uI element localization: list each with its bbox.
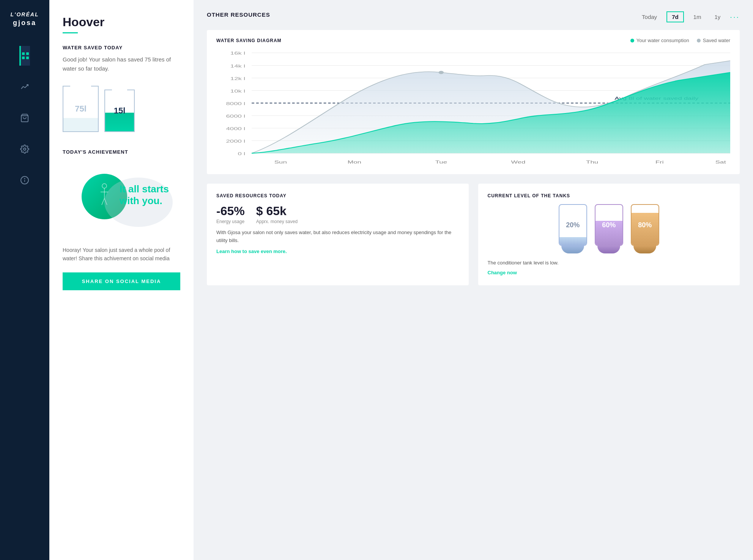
sidebar-item-analytics[interactable] [19, 77, 30, 97]
legend-saved: Saved water [697, 38, 730, 43]
tanks-row: 20% 60% 80% [488, 204, 731, 253]
cup-large-container: 75l [63, 87, 99, 132]
sidebar-item-dashboard[interactable] [19, 46, 30, 66]
tanks-note: The conditioner tank level is low. [488, 259, 731, 267]
achievement-title: TODAY'S ACHIEVEMENT [63, 149, 180, 155]
tanks-section: CURRENT LEVEL OF THE TANKS 20% 60% [478, 184, 740, 285]
stats-row: -65% Energy usage $ 65k Apprx. money sav… [216, 204, 459, 224]
change-now-link[interactable]: Change now [488, 270, 517, 275]
chart-header: WATER SAVING DIAGRAM Your water consumpt… [216, 38, 730, 43]
tagline-highlight: you. [142, 195, 162, 206]
svg-text:6000 l: 6000 l [226, 114, 245, 119]
time-filters: Today 7d 1m 1y [638, 11, 724, 22]
svg-text:Thu: Thu [586, 159, 598, 164]
svg-text:Sat: Sat [715, 159, 726, 164]
bottom-section: SAVED RESOURCES TODAY -65% Energy usage … [207, 184, 740, 285]
logo: L'ORÉAL gjosa [11, 11, 39, 27]
legend-consumption: Your water consumption [630, 38, 689, 43]
achievement-description: Hooray! Your salon just saved a whole po… [63, 246, 180, 263]
cup-large: 75l [63, 87, 99, 132]
analytics-icon [20, 82, 29, 91]
dashboard-icon [21, 51, 30, 60]
svg-text:Tue: Tue [435, 159, 447, 164]
sidebar-item-cart[interactable] [19, 108, 30, 128]
svg-point-33 [439, 71, 444, 74]
learn-more-link[interactable]: Learn how to save even more. [216, 249, 287, 254]
tank-2: 60% [595, 204, 623, 253]
chart-wrapper: 16k l 14k l 12k l 10k l 8000 l 6000 l 40… [216, 49, 730, 167]
filter-today[interactable]: Today [638, 12, 661, 22]
page-title: Hoover [63, 15, 180, 29]
tank-2-container: 60% [595, 204, 623, 246]
svg-text:2000 l: 2000 l [226, 139, 245, 144]
tank-3-pct: 80% [638, 221, 652, 229]
left-panel: Hoover WATER SAVED TODAY Good job! Your … [49, 0, 194, 560]
svg-text:10k l: 10k l [230, 88, 245, 93]
dots-menu[interactable]: ··· [730, 13, 740, 21]
main-content: Hoover WATER SAVED TODAY Good job! Your … [49, 0, 753, 560]
filter-1m[interactable]: 1m [690, 12, 705, 22]
svg-point-5 [24, 148, 26, 150]
svg-text:Mon: Mon [348, 159, 361, 164]
energy-label: Energy usage [216, 219, 245, 224]
chart-title: WATER SAVING DIAGRAM [216, 38, 282, 43]
cup-small-label: 15l [114, 106, 126, 116]
svg-text:Fri: Fri [655, 159, 664, 164]
legend-consumption-dot [630, 39, 634, 42]
svg-text:Wed: Wed [511, 159, 526, 164]
gjosa-logo: gjosa [13, 19, 36, 27]
filter-1y[interactable]: 1y [710, 12, 724, 22]
tank-1-fill [559, 237, 586, 245]
svg-rect-2 [22, 57, 25, 59]
tank-1-container: 20% [559, 204, 587, 246]
chart-legend: Your water consumption Saved water [630, 38, 730, 43]
share-button[interactable]: SHARE ON SOCIAL MEDIA [63, 272, 180, 290]
other-resources-title: OTHER RESOURCES [207, 11, 270, 18]
tanks-title: CURRENT LEVEL OF THE TANKS [488, 193, 731, 198]
tank-1: 20% [559, 204, 587, 253]
achievement-visual: It all starts with you. [63, 162, 180, 238]
svg-text:0 l: 0 l [238, 151, 246, 156]
sidebar-item-info[interactable] [19, 170, 30, 190]
money-stat: $ 65k Apprx. money saved [256, 204, 298, 224]
svg-text:14k l: 14k l [230, 63, 245, 68]
svg-text:4000 l: 4000 l [226, 126, 245, 131]
water-cups-illustration: 75l 15l [63, 83, 180, 136]
chart-svg: 16k l 14k l 12k l 10k l 8000 l 6000 l 40… [216, 49, 730, 167]
cart-icon [20, 113, 29, 123]
header-controls: Today 7d 1m 1y ··· [638, 11, 740, 22]
money-label: Apprx. money saved [256, 219, 298, 224]
tagline-line1: It all starts [120, 183, 169, 195]
money-value: $ 65k [256, 204, 298, 218]
water-saved-title: WATER SAVED TODAY [63, 45, 180, 50]
sidebar-nav [19, 46, 30, 549]
resources-description: With Gjosa your salon not only saves wat… [216, 229, 459, 245]
tank-2-pct: 60% [602, 221, 616, 229]
tank-1-pct: 20% [566, 221, 580, 229]
cup-large-label: 75l [75, 104, 87, 114]
tagline-line2: with [120, 195, 139, 206]
legend-saved-dot [697, 39, 701, 42]
saved-resources-title: SAVED RESOURCES TODAY [216, 193, 459, 198]
svg-text:16k l: 16k l [230, 51, 245, 56]
svg-text:8000 l: 8000 l [226, 101, 245, 106]
info-icon [20, 176, 29, 185]
chart-section: WATER SAVING DIAGRAM Your water consumpt… [207, 30, 740, 174]
svg-rect-3 [26, 57, 29, 59]
svg-line-12 [102, 198, 104, 205]
right-header: OTHER RESOURCES Today 7d 1m 1y ··· [207, 11, 740, 22]
legend-saved-label: Saved water [703, 38, 730, 43]
right-panel: OTHER RESOURCES Today 7d 1m 1y ··· WATER… [194, 0, 753, 560]
svg-text:12k l: 12k l [230, 76, 245, 81]
energy-value: -65% [216, 204, 245, 218]
tank-3: 80% [631, 204, 659, 253]
filter-7d[interactable]: 7d [666, 11, 684, 22]
sidebar-item-settings[interactable] [19, 139, 30, 159]
title-underline [63, 32, 78, 33]
tank-3-fill [632, 213, 658, 245]
loreal-logo: L'ORÉAL [11, 11, 39, 17]
tank-3-container: 80% [631, 204, 659, 246]
tank-1-bottom [561, 246, 584, 253]
legend-consumption-label: Your water consumption [636, 38, 689, 43]
svg-rect-0 [22, 52, 25, 55]
